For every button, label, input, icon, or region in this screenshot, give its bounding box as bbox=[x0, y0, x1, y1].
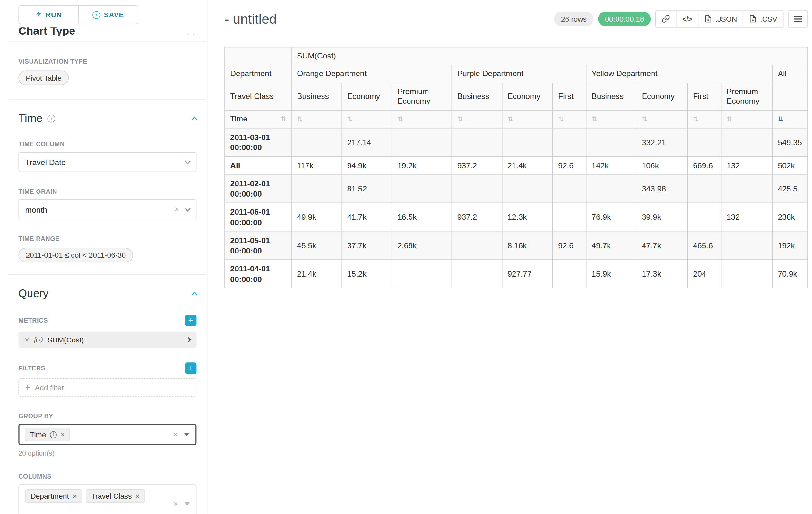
export-csv-label: .CSV bbox=[760, 15, 777, 23]
field-tag[interactable]: Timei× bbox=[25, 428, 70, 441]
chevron-up-icon[interactable] bbox=[192, 116, 198, 123]
divider bbox=[8, 42, 206, 42]
pivot-value-cell: 76.9k bbox=[586, 203, 636, 231]
travel-class-header: Economy bbox=[342, 83, 392, 110]
embed-code-button[interactable]: </> bbox=[676, 10, 698, 27]
pivot-value-cell: 142k bbox=[586, 157, 636, 174]
chart-type-collapse-dots: ·· bbox=[187, 32, 197, 36]
copy-link-button[interactable] bbox=[656, 10, 676, 27]
pivot-value-cell: 8.16k bbox=[502, 231, 553, 260]
save-button-label: SAVE bbox=[104, 11, 124, 19]
travel-class-axis-label: Travel Class bbox=[225, 83, 291, 110]
pivot-value-cell: 669.6 bbox=[688, 157, 721, 174]
divider bbox=[8, 99, 206, 100]
sort-icon[interactable]: ⇅ bbox=[457, 115, 463, 124]
pivot-value-cell: 204 bbox=[688, 260, 721, 288]
pivot-value-cell: 132 bbox=[721, 203, 773, 231]
pivot-value-cell: 132 bbox=[721, 157, 773, 174]
sort-icon[interactable]: ⇅ bbox=[642, 115, 647, 124]
pivot-value-cell: 549.35 bbox=[772, 128, 808, 156]
sort-icon[interactable]: ⇅ bbox=[727, 115, 732, 124]
pivot-value-cell: 16.5k bbox=[392, 203, 452, 231]
corner-cell bbox=[225, 47, 291, 65]
sort-icon[interactable]: ⇅ bbox=[397, 115, 403, 124]
pivot-value-cell: 502k bbox=[772, 157, 808, 174]
query-section-header[interactable]: Query bbox=[18, 287, 196, 300]
pivot-value-cell: 106k bbox=[636, 157, 688, 174]
pivot-value-cell bbox=[553, 260, 586, 288]
sort-icon[interactable]: ⇅ bbox=[508, 115, 513, 124]
time-column-select[interactable]: Travel Date bbox=[18, 152, 196, 172]
department-axis-label: Department bbox=[225, 65, 291, 83]
sort-icon[interactable]: ⇅ bbox=[347, 115, 352, 124]
run-button[interactable]: RUN bbox=[19, 6, 78, 24]
add-filter-placeholder: Add filter bbox=[35, 383, 64, 391]
sort-icon[interactable]: ⇅ bbox=[591, 115, 597, 124]
clear-icon[interactable]: × bbox=[174, 205, 179, 214]
clear-icon[interactable]: × bbox=[173, 500, 178, 508]
clear-icon[interactable]: × bbox=[173, 430, 177, 438]
pivot-value-cell bbox=[721, 128, 773, 156]
code-icon: </> bbox=[682, 15, 692, 23]
row-header-cell: 2011-06-01 00:00:00 bbox=[225, 203, 291, 231]
row-header-cell: All bbox=[225, 157, 291, 174]
add-filter-dropzone[interactable]: + Add filter bbox=[18, 378, 196, 397]
pivot-value-cell: 343.98 bbox=[636, 174, 688, 203]
save-button[interactable]: + SAVE bbox=[78, 6, 138, 24]
more-options-button[interactable] bbox=[788, 10, 808, 28]
pivot-value-cell: 465.6 bbox=[688, 231, 721, 260]
pivot-value-cell: 927.77 bbox=[502, 260, 553, 288]
pivot-value-cell: 21.4k bbox=[291, 260, 342, 288]
function-icon: f(x) bbox=[34, 336, 43, 344]
remove-tag-icon[interactable]: × bbox=[60, 431, 64, 438]
pivot-value-cell: 21.4k bbox=[502, 157, 553, 174]
sort-icon[interactable]: ⇅ bbox=[558, 115, 563, 124]
pivot-value-cell: 81.52 bbox=[342, 174, 392, 203]
group-by-select[interactable]: Timei× × bbox=[18, 424, 196, 445]
sort-header-cell: ⇅ bbox=[721, 110, 773, 128]
sort-descending-icon[interactable]: ⇊ bbox=[778, 115, 783, 124]
sort-icon[interactable]: ⇅ bbox=[693, 115, 698, 124]
columns-select[interactable]: Department×Travel Class× × bbox=[18, 484, 196, 514]
pivot-row: 2011-03-01 00:00:00217.14332.21549.35 bbox=[225, 128, 808, 156]
field-tag[interactable]: Travel Class× bbox=[86, 489, 145, 503]
caret-down-icon bbox=[184, 503, 190, 506]
export-json-button[interactable]: .JSON bbox=[698, 10, 743, 27]
time-grain-select[interactable]: month × bbox=[18, 199, 196, 219]
remove-metric-icon[interactable]: × bbox=[25, 335, 29, 344]
run-save-group: RUN + SAVE bbox=[18, 5, 138, 24]
sort-icon[interactable]: ⇅ bbox=[281, 115, 286, 124]
sort-header-cell: ⇅ bbox=[636, 110, 688, 128]
remove-tag-icon[interactable]: × bbox=[72, 492, 77, 500]
caret-down-icon bbox=[184, 433, 189, 436]
field-tag[interactable]: Department× bbox=[25, 489, 82, 503]
sort-header-cell: ⇅ bbox=[688, 110, 721, 128]
add-filter-button[interactable]: + bbox=[185, 362, 196, 374]
pivot-value-cell: 238k bbox=[772, 203, 808, 231]
pivot-value-cell bbox=[392, 128, 452, 156]
sort-header-cell: ⇅ bbox=[452, 110, 502, 128]
metric-header-cell: SUM(Cost) bbox=[291, 47, 808, 65]
visualization-type-pill[interactable]: Pivot Table bbox=[18, 70, 69, 85]
chevron-up-icon[interactable] bbox=[192, 292, 198, 298]
pivot-value-cell bbox=[452, 260, 502, 288]
time-range-pill[interactable]: 2011-01-01 ≤ col < 2011-06-30 bbox=[18, 248, 133, 263]
add-metric-button[interactable]: + bbox=[185, 315, 196, 326]
metric-chip[interactable]: × f(x) SUM(Cost) bbox=[18, 331, 196, 348]
info-icon: i bbox=[47, 114, 55, 123]
pivot-value-cell: 92.6 bbox=[553, 231, 586, 260]
travel-class-header: Economy bbox=[636, 83, 688, 110]
row-header-cell: 2011-05-01 00:00:00 bbox=[225, 231, 291, 260]
export-csv-button[interactable]: .CSV bbox=[743, 10, 783, 27]
remove-tag-icon[interactable]: × bbox=[136, 492, 140, 500]
pivot-value-cell: 49.7k bbox=[586, 231, 636, 260]
row-header-cell: 2011-02-01 00:00:00 bbox=[225, 174, 291, 203]
sort-icon[interactable]: ⇅ bbox=[297, 115, 302, 124]
pivot-value-cell: 47.7k bbox=[636, 231, 688, 260]
visualization-type-label: VISUALIZATION TYPE bbox=[18, 58, 196, 65]
pivot-row: 2011-04-01 00:00:0021.4k15.2k927.7715.9k… bbox=[225, 260, 808, 288]
time-section-header[interactable]: Time i bbox=[18, 112, 196, 125]
pivot-value-cell bbox=[392, 174, 452, 203]
pivot-value-cell bbox=[291, 128, 342, 156]
explore-app: RUN + SAVE Chart Type ·· VISUALIZATION T… bbox=[0, 0, 812, 514]
